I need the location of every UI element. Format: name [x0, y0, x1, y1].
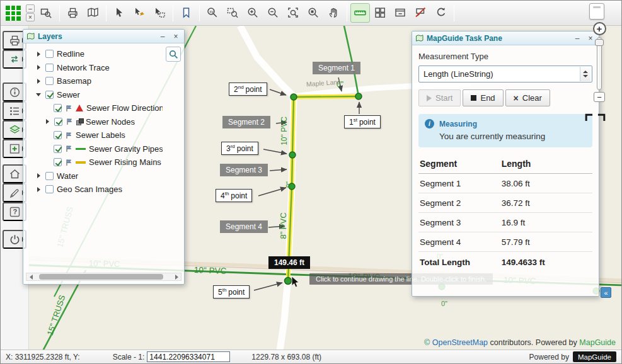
refresh-icon [435, 7, 447, 19]
layer-row-sewer-labels[interactable]: Sewer Labels [26, 128, 163, 142]
zoom-rectangle-button[interactable] [223, 3, 243, 23]
zoom-selection-button[interactable] [304, 3, 323, 23]
panel-map-icon [26, 32, 35, 40]
expand-icon[interactable] [36, 78, 42, 84]
layer-row-sewer-gravity-pipes[interactable]: Sewer Gravity Pipes [26, 142, 163, 156]
start-button[interactable]: Start [418, 89, 461, 106]
layer-row-water[interactable]: Water [26, 169, 163, 183]
quick-plot-button[interactable] [37, 3, 56, 23]
zoom-window-icon [40, 7, 52, 19]
measurement-type-select[interactable]: Length (LineString) [418, 65, 592, 82]
scroll-track[interactable] [35, 273, 172, 280]
openstreetmap-link[interactable]: OpenStreetMap [432, 338, 488, 347]
measure-button[interactable] [350, 3, 370, 23]
toolbar-window-controls: – × [26, 4, 35, 21]
zoom-selection-icon [308, 7, 320, 19]
collapsed-overview-panel[interactable] [589, 3, 604, 20]
zoom-slider-thumb[interactable] [595, 39, 604, 46]
zoom-out-button[interactable]: − [594, 92, 605, 102]
layers-tree: Redline Network Trace Basemap Sewer Sewe… [26, 45, 163, 196]
zoom-out-button-toolbar[interactable] [263, 3, 283, 23]
select-radius-button[interactable] [130, 3, 149, 23]
select-button[interactable] [110, 3, 129, 23]
bookmark-button[interactable] [176, 3, 196, 23]
scroll-left-icon[interactable] [26, 273, 35, 280]
point-word: point [359, 118, 376, 127]
pan-hand-icon [328, 7, 340, 19]
clear-maptip-button[interactable] [411, 3, 430, 23]
layer-row-network-trace[interactable]: Network Trace [26, 61, 163, 75]
refresh-button[interactable] [431, 3, 451, 23]
maps-button[interactable] [83, 3, 103, 23]
zoom-in-button[interactable]: + [593, 22, 606, 35]
clear-button[interactable]: ×Clear [505, 89, 550, 106]
layer-row-sewer-nodes[interactable]: Sewer Nodes [26, 115, 163, 129]
layer-checkbox[interactable] [45, 91, 54, 99]
layers-panel: Layers – × Redline Network Trace Basemap… [23, 29, 185, 285]
layers-panel-title: Layers [38, 32, 154, 41]
scale-input[interactable] [147, 351, 230, 362]
window-restore-button[interactable] [391, 3, 410, 23]
layer-checkbox[interactable] [54, 145, 62, 153]
expand-icon[interactable] [45, 118, 51, 125]
layers-minimize-button[interactable]: – [158, 31, 168, 41]
layer-row-sewer-flow-direction[interactable]: Sewer Flow Direction [26, 101, 163, 115]
layers-search-button[interactable] [166, 47, 181, 62]
layer-row-basemap[interactable]: Basemap [26, 74, 163, 88]
point-label-1: 1stpoint [344, 115, 381, 128]
scroll-thumb[interactable] [39, 274, 163, 280]
layer-row-sewer-rising-mains[interactable]: Sewer Rising Mains [26, 156, 163, 169]
tile-grid-button[interactable] [371, 3, 390, 23]
select-polygon-button[interactable] [150, 3, 170, 23]
layer-label: Sewer Flow Direction [86, 103, 163, 113]
layer-label: Sewer Nodes [86, 117, 135, 127]
collapse-icon[interactable] [36, 91, 42, 98]
layers-close-button[interactable]: × [171, 31, 181, 41]
zoom-xy-button[interactable]: xy [203, 3, 222, 23]
layers-panel-titlebar[interactable]: Layers – × [23, 30, 184, 43]
end-button[interactable]: End [463, 89, 503, 106]
layer-label: Sewer [57, 90, 80, 100]
expand-icon[interactable] [36, 186, 42, 193]
layer-checkbox[interactable] [45, 172, 54, 180]
point-num: 5 [218, 288, 222, 297]
expand-icon[interactable] [36, 173, 42, 179]
layer-row-redline[interactable]: Redline [26, 47, 163, 61]
pan-button[interactable] [324, 3, 343, 23]
layer-checkbox[interactable] [54, 118, 62, 126]
layer-checkbox[interactable] [45, 185, 54, 193]
layer-checkbox[interactable] [54, 131, 62, 139]
print-button[interactable] [63, 3, 83, 23]
pan-arrow-left-button[interactable] [582, 109, 594, 123]
expand-icon[interactable] [36, 51, 42, 57]
zoom-extents-button[interactable] [284, 3, 303, 23]
layer-checkbox[interactable] [54, 158, 62, 166]
mapguide-link[interactable]: MapGuide [579, 338, 616, 347]
legend-list-icon [9, 105, 21, 117]
task-pane-collapse-button[interactable]: « [601, 287, 611, 298]
layer-row-sewer[interactable]: Sewer [26, 88, 163, 102]
layers-horizontal-scrollbar[interactable] [26, 273, 181, 281]
pan-arrow-right-button[interactable] [596, 109, 609, 123]
layer-checkbox[interactable] [45, 77, 54, 85]
pencil-icon [9, 187, 21, 199]
zoom-rectangle-icon [227, 7, 239, 19]
layer-checkbox[interactable] [45, 64, 54, 72]
total-value-cell: 149.4633 ft [500, 252, 592, 272]
segment-header: Segment [418, 155, 500, 174]
task-pane-minimize-button[interactable]: – [572, 33, 582, 43]
expand-icon[interactable] [36, 64, 42, 71]
zoom-slider[interactable] [597, 37, 602, 90]
toolbar-close-button[interactable]: × [26, 13, 35, 21]
layer-checkbox[interactable] [45, 50, 54, 58]
scroll-right-icon[interactable] [172, 273, 181, 280]
layer-checkbox[interactable] [54, 104, 62, 112]
zoom-in-button-toolbar[interactable] [243, 3, 263, 23]
toolbar-separator [106, 5, 107, 21]
flow-direction-style-icon [76, 105, 83, 111]
layer-row-geo-scan-images[interactable]: Geo Scan Images [26, 183, 163, 196]
panel-map-icon [415, 34, 423, 42]
segment-label-3: Segment 3 [220, 164, 268, 176]
toolbar-minimize-button[interactable]: – [26, 4, 35, 13]
task-pane-titlebar[interactable]: MapGuide Task Pane – × [412, 31, 599, 45]
